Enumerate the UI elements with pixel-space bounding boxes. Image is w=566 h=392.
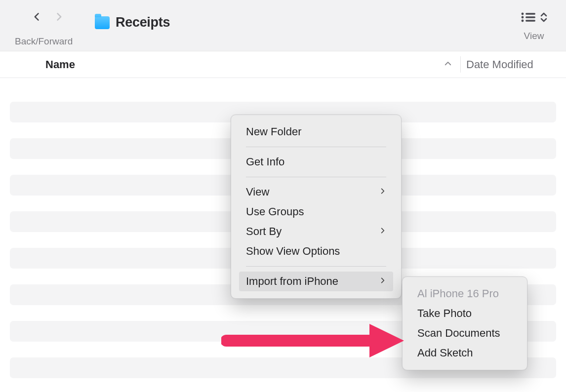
svg-point-0 xyxy=(522,13,524,15)
svg-rect-5 xyxy=(526,20,535,22)
back-button[interactable] xyxy=(31,10,43,24)
menu-item-label: View xyxy=(246,186,269,198)
chevron-right-icon xyxy=(379,275,386,288)
submenu-item-take-photo[interactable]: Take Photo xyxy=(410,304,519,323)
submenu-item-scan-documents[interactable]: Scan Documents xyxy=(410,323,519,343)
nav-label: Back/Forward xyxy=(15,36,73,47)
folder-icon xyxy=(95,16,110,29)
column-header-name[interactable]: Name xyxy=(45,58,75,71)
menu-separator xyxy=(246,177,386,177)
chevron-up-icon xyxy=(444,59,452,68)
svg-point-4 xyxy=(522,20,524,22)
view-label: View xyxy=(521,31,547,41)
folder-title: Receipts xyxy=(116,15,170,30)
svg-point-2 xyxy=(522,16,524,19)
column-header-date-modified[interactable]: Date Modified xyxy=(466,58,533,71)
chevron-right-icon xyxy=(379,186,386,198)
menu-separator xyxy=(246,147,386,147)
menu-item-label: Add Sketch xyxy=(417,347,473,359)
menu-item-import-from-iphone[interactable]: Import from iPhone xyxy=(239,272,393,291)
chevron-right-icon xyxy=(54,10,64,23)
menu-item-label: Take Photo xyxy=(417,307,472,320)
forward-button[interactable] xyxy=(52,10,65,24)
menu-item-label: Scan Documents xyxy=(417,327,500,340)
menu-item-view[interactable]: View xyxy=(239,182,393,202)
menu-item-label: Import from iPhone xyxy=(246,275,338,288)
column-divider xyxy=(460,56,461,73)
submenu-import-from-iphone: Al iPhone 16 Pro Take Photo Scan Documen… xyxy=(402,276,527,370)
menu-item-use-groups[interactable]: Use Groups xyxy=(239,202,393,222)
view-mode-button[interactable] xyxy=(521,12,547,23)
view-switcher: View xyxy=(521,12,547,41)
up-down-chevron-icon xyxy=(540,12,547,23)
menu-separator xyxy=(246,266,386,267)
context-menu: New Folder Get Info View Use Groups Sort… xyxy=(231,115,402,299)
menu-item-get-info[interactable]: Get Info xyxy=(239,152,393,172)
column-header-row: Name Date Modified xyxy=(0,51,566,78)
menu-item-sort-by[interactable]: Sort By xyxy=(239,222,393,241)
submenu-item-add-sketch[interactable]: Add Sketch xyxy=(410,343,519,363)
menu-item-label: Sort By xyxy=(246,225,282,238)
nav-buttons xyxy=(31,10,65,24)
toolbar: Back/Forward Receipts View xyxy=(0,0,566,51)
menu-item-label: Get Info xyxy=(246,156,284,168)
svg-rect-3 xyxy=(526,16,535,18)
chevron-left-icon xyxy=(32,10,42,23)
menu-item-new-folder[interactable]: New Folder xyxy=(239,122,393,142)
submenu-device-header: Al iPhone 16 Pro xyxy=(410,284,519,304)
folder-title-group: Receipts xyxy=(95,15,170,30)
menu-item-show-view-options[interactable]: Show View Options xyxy=(239,241,393,261)
sort-indicator[interactable] xyxy=(444,59,452,70)
menu-item-label: Show View Options xyxy=(246,245,340,258)
submenu-header-label: Al iPhone 16 Pro xyxy=(417,287,499,300)
menu-item-label: New Folder xyxy=(246,125,301,138)
menu-item-label: Use Groups xyxy=(246,205,304,218)
svg-rect-1 xyxy=(526,13,535,15)
list-icon xyxy=(521,12,535,23)
chevron-right-icon xyxy=(379,225,386,238)
